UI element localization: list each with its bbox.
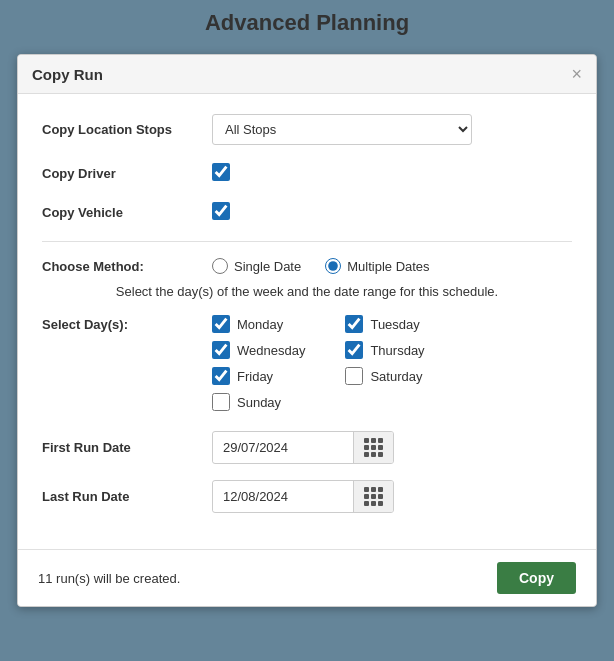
last-run-label: Last Run Date [42,489,212,504]
runs-info: 11 run(s) will be created. [38,571,180,586]
days-grid: Monday Tuesday Wednesday Thursday Friday [212,315,439,411]
day-saturday[interactable]: Saturday [345,367,438,385]
first-run-input[interactable] [213,433,353,462]
copy-vehicle-label: Copy Vehicle [42,205,212,220]
page-title: Advanced Planning [205,10,409,36]
single-date-option[interactable]: Single Date [212,258,301,274]
close-button[interactable]: × [571,65,582,83]
saturday-label: Saturday [370,369,422,384]
day-wednesday[interactable]: Wednesday [212,341,305,359]
copy-location-label: Copy Location Stops [42,122,212,137]
last-run-input[interactable] [213,482,353,511]
sunday-checkbox[interactable] [212,393,230,411]
modal-title: Copy Run [32,66,103,83]
modal-footer: 11 run(s) will be created. Copy [18,549,596,606]
saturday-checkbox[interactable] [345,367,363,385]
last-run-row: Last Run Date [42,480,572,513]
friday-checkbox[interactable] [212,367,230,385]
calendar-icon-2 [364,487,383,506]
day-tuesday[interactable]: Tuesday [345,315,438,333]
copy-location-select[interactable]: All Stops Selected Stops No Stops [212,114,472,145]
last-run-calendar-button[interactable] [353,481,393,512]
multiple-dates-label: Multiple Dates [347,259,429,274]
copy-driver-checkbox[interactable] [212,163,230,181]
copy-driver-control [212,163,572,184]
divider-1 [42,241,572,242]
copy-location-control: All Stops Selected Stops No Stops [212,114,572,145]
friday-label: Friday [237,369,273,384]
copy-driver-row: Copy Driver [42,163,572,184]
copy-run-modal: Copy Run × Copy Location Stops All Stops… [17,54,597,607]
copy-driver-label: Copy Driver [42,166,212,181]
multiple-dates-radio[interactable] [325,258,341,274]
copy-location-row: Copy Location Stops All Stops Selected S… [42,114,572,145]
single-date-radio[interactable] [212,258,228,274]
monday-checkbox[interactable] [212,315,230,333]
copy-vehicle-control [212,202,572,223]
day-thursday[interactable]: Thursday [345,341,438,359]
first-run-input-wrap [212,431,394,464]
day-sunday[interactable]: Sunday [212,393,305,411]
modal-body: Copy Location Stops All Stops Selected S… [18,94,596,549]
sunday-label: Sunday [237,395,281,410]
day-friday[interactable]: Friday [212,367,305,385]
select-days-label: Select Day(s): [42,315,212,411]
first-run-row: First Run Date [42,431,572,464]
select-days-section: Select Day(s): Monday Tuesday Wednesday … [42,315,572,411]
wednesday-checkbox[interactable] [212,341,230,359]
last-run-input-wrap [212,480,394,513]
wednesday-label: Wednesday [237,343,305,358]
first-run-label: First Run Date [42,440,212,455]
first-run-calendar-button[interactable] [353,432,393,463]
day-monday[interactable]: Monday [212,315,305,333]
thursday-label: Thursday [370,343,424,358]
method-radio-group: Single Date Multiple Dates [212,258,430,274]
choose-method-label: Choose Method: [42,259,212,274]
info-text: Select the day(s) of the week and the da… [42,284,572,299]
choose-method-row: Choose Method: Single Date Multiple Date… [42,258,572,274]
calendar-icon [364,438,383,457]
single-date-label: Single Date [234,259,301,274]
multiple-dates-option[interactable]: Multiple Dates [325,258,429,274]
tuesday-label: Tuesday [370,317,419,332]
modal-header: Copy Run × [18,55,596,94]
copy-button[interactable]: Copy [497,562,576,594]
tuesday-checkbox[interactable] [345,315,363,333]
monday-label: Monday [237,317,283,332]
copy-vehicle-row: Copy Vehicle [42,202,572,223]
copy-vehicle-checkbox[interactable] [212,202,230,220]
thursday-checkbox[interactable] [345,341,363,359]
